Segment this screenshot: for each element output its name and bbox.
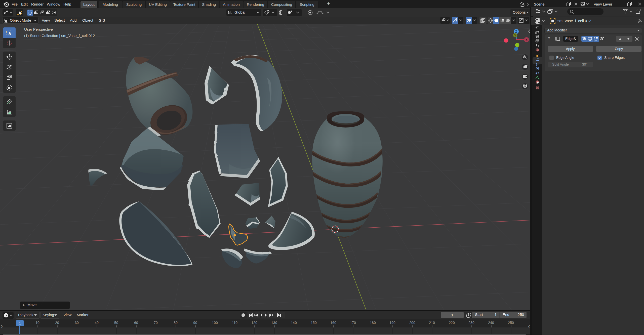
svg-text:Y: Y	[514, 34, 516, 37]
svg-text:X: X	[526, 38, 528, 42]
svg-text:Z: Z	[515, 30, 517, 33]
